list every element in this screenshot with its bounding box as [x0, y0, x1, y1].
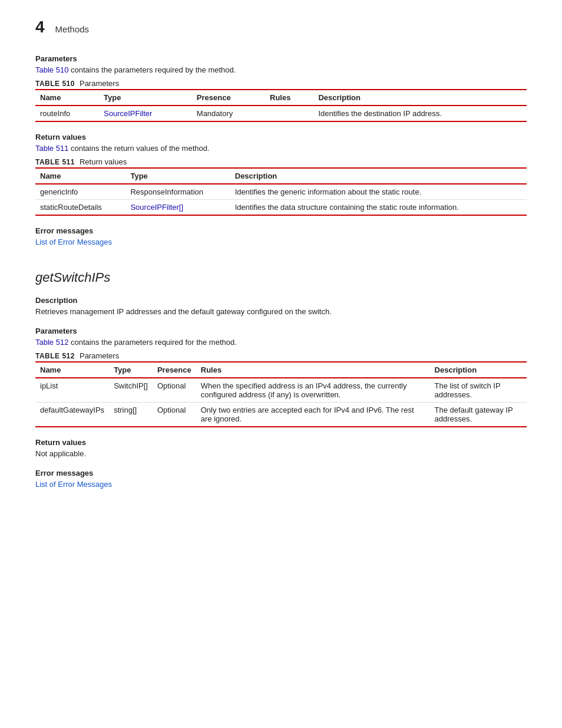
return-values-section2: Return values Not applicable.: [35, 438, 527, 458]
table512-tag: TABLE 512: [35, 352, 75, 360]
table511-label: TABLE 511 Return values: [35, 157, 527, 166]
cell-presence: Optional: [153, 378, 196, 403]
cell-type: SourceIPFilter: [99, 106, 192, 121]
error-messages-link2[interactable]: List of Error Messages: [35, 480, 112, 489]
cell-type: SourceIPFilter[]: [125, 200, 230, 216]
table510-tag: TABLE 510: [35, 80, 75, 88]
table510-link[interactable]: Table 510: [35, 65, 68, 74]
cell-description: The default gateway IP addresses.: [430, 403, 527, 427]
cell-description: The list of switch IP addresses.: [430, 378, 527, 403]
cell-name: ipList: [35, 378, 109, 403]
cell-rules: [265, 106, 313, 121]
parameters-heading: Parameters: [35, 54, 527, 63]
table511-link[interactable]: Table 511: [35, 144, 68, 153]
cell-type: string[]: [109, 403, 153, 427]
parameters-intro2-text: contains the parameters required for the…: [68, 338, 236, 347]
table-row: routeInfo SourceIPFilter Mandatory Ident…: [35, 106, 527, 121]
error-messages-heading1: Error messages: [35, 226, 527, 235]
cell-name: genericInfo: [35, 184, 125, 200]
return-values-intro: Table 511 contains the return values of …: [35, 144, 527, 153]
col-type: Type: [99, 90, 192, 106]
table511-desc: Return values: [80, 157, 127, 166]
col-name: Name: [35, 362, 109, 378]
cell-name: defaultGatewayIPs: [35, 403, 109, 427]
table512: Name Type Presence Rules Description ipL…: [35, 361, 527, 427]
error-messages-link2-wrapper: List of Error Messages: [35, 480, 527, 489]
col-name: Name: [35, 90, 99, 106]
table512-header-row: Name Type Presence Rules Description: [35, 362, 527, 378]
parameters-intro: Table 510 contains the parameters requir…: [35, 65, 527, 74]
parameters-intro2: Table 512 contains the parameters requir…: [35, 338, 527, 347]
return-values-text2: Not applicable.: [35, 449, 527, 458]
return-values-section: Return values Table 511 contains the ret…: [35, 133, 527, 153]
table-row: ipList SwitchIP[] Optional When the spec…: [35, 378, 527, 403]
col-description: Description: [430, 362, 527, 378]
cell-name: routeInfo: [35, 106, 99, 121]
method-title: getSwitchIPs: [35, 270, 527, 285]
table512-desc: Parameters: [80, 351, 119, 360]
table510-header-row: Name Type Presence Rules Description: [35, 90, 527, 106]
description-heading: Description: [35, 296, 527, 305]
return-values-intro-text: contains the return values of the method…: [68, 144, 209, 153]
error-messages-heading2: Error messages: [35, 469, 527, 477]
cell-description: Identifies the destination IP address.: [313, 106, 527, 121]
cell-description: Identifies the data structure containing…: [230, 200, 527, 216]
description-section: Description Retrieves management IP addr…: [35, 296, 527, 316]
table512-link[interactable]: Table 512: [35, 338, 68, 347]
table-row: defaultGatewayIPs string[] Optional Only…: [35, 403, 527, 427]
parameters-section: Parameters Table 510 contains the parame…: [35, 54, 527, 74]
table-row: genericInfo ResponseInformation Identifi…: [35, 184, 527, 200]
table511-header-row: Name Type Description: [35, 168, 527, 184]
col-description: Description: [230, 168, 527, 184]
col-description: Description: [313, 90, 527, 106]
col-presence: Presence: [153, 362, 196, 378]
description-text: Retrieves management IP addresses and th…: [35, 307, 527, 316]
col-rules: Rules: [265, 90, 313, 106]
table-row: staticRouteDetails SourceIPFilter[] Iden…: [35, 200, 527, 216]
col-name: Name: [35, 168, 125, 184]
cell-type: ResponseInformation: [125, 184, 230, 200]
parameters-intro-text: contains the parameters required by the …: [68, 65, 236, 74]
col-type: Type: [125, 168, 230, 184]
return-values-heading2: Return values: [35, 438, 527, 447]
cell-presence: Optional: [153, 403, 196, 427]
table510: Name Type Presence Rules Description rou…: [35, 89, 527, 122]
error-messages-link1[interactable]: List of Error Messages: [35, 238, 112, 246]
col-presence: Presence: [192, 90, 265, 106]
cell-presence: Mandatory: [192, 106, 265, 121]
sourceipfilter-arr-link[interactable]: SourceIPFilter[]: [130, 203, 183, 212]
cell-rules: Only two entries are accepted each for I…: [196, 403, 430, 427]
error-messages-link1-wrapper: List of Error Messages: [35, 238, 527, 246]
cell-name: staticRouteDetails: [35, 200, 125, 216]
chapter-title: Methods: [55, 24, 90, 34]
table511-tag: TABLE 511: [35, 158, 75, 166]
table510-desc: Parameters: [80, 79, 119, 88]
table512-label: TABLE 512 Parameters: [35, 351, 527, 360]
return-values-heading: Return values: [35, 133, 527, 141]
error-messages-section1: Error messages List of Error Messages: [35, 226, 527, 246]
parameters-heading2: Parameters: [35, 327, 527, 335]
col-type: Type: [109, 362, 153, 378]
sourceipfilter-link[interactable]: SourceIPFilter: [104, 109, 152, 118]
cell-description: Identifies the generic information about…: [230, 184, 527, 200]
chapter-number: 4: [35, 18, 45, 37]
table511: Name Type Description genericInfo Respon…: [35, 167, 527, 216]
cell-type: SwitchIP[]: [109, 378, 153, 403]
page-header: 4 Methods: [35, 18, 527, 37]
col-rules: Rules: [196, 362, 430, 378]
error-messages-section2: Error messages List of Error Messages: [35, 469, 527, 489]
parameters-section2: Parameters Table 512 contains the parame…: [35, 327, 527, 347]
table510-label: TABLE 510 Parameters: [35, 79, 527, 88]
cell-rules: When the specified address is an IPv4 ad…: [196, 378, 430, 403]
